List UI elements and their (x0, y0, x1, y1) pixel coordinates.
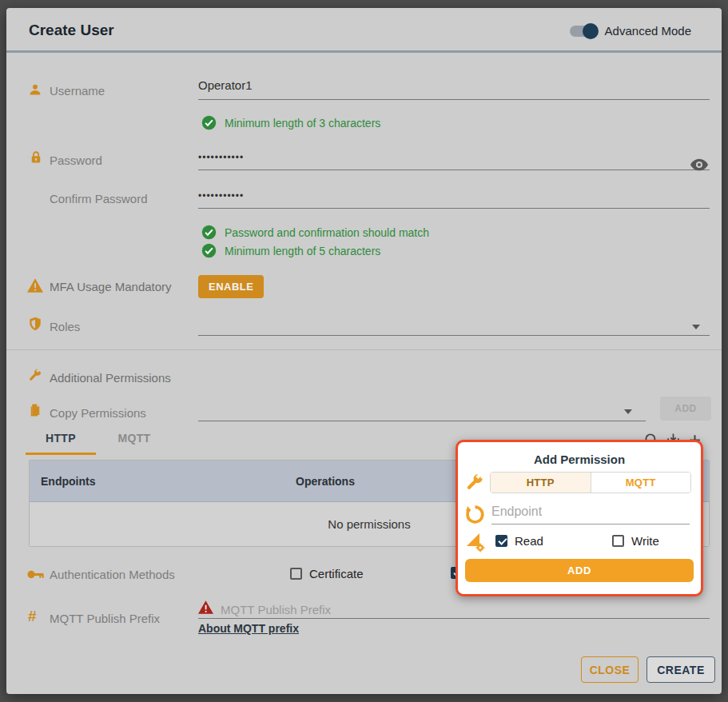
popup-tab-mqtt[interactable]: MQTT (591, 473, 691, 493)
wrench-icon (465, 473, 484, 492)
mqtt-prefix-underline (198, 618, 710, 619)
read-checkbox-row: Read (495, 534, 543, 548)
certificate-checkbox-row: Certificate (290, 567, 364, 580)
certificate-checkbox[interactable] (290, 568, 302, 580)
user-icon (28, 82, 42, 97)
section-divider (6, 349, 722, 350)
password-validation-match: Password and confirmation should match (201, 225, 429, 240)
check-circle-icon (201, 115, 217, 130)
roles-select-underline (198, 335, 710, 336)
mqtt-publish-prefix-input[interactable] (221, 603, 710, 616)
mfa-enable-button[interactable]: ENABLE (198, 275, 264, 298)
toggle-thumb (583, 23, 599, 39)
confirm-password-label: Confirm Password (50, 192, 148, 205)
hash-icon: # (28, 608, 42, 622)
password-masked-value[interactable]: ••••••••••• (198, 152, 244, 163)
popup-title: Add Permission (458, 453, 701, 466)
password-label: Password (50, 154, 102, 167)
roles-dropdown-caret-icon[interactable] (692, 325, 700, 329)
read-checkbox[interactable] (495, 535, 507, 547)
additional-permissions-label: Additional Permissions (50, 371, 171, 385)
copy-permissions-caret-icon[interactable] (624, 409, 632, 414)
popup-tab-http[interactable]: HTTP (491, 473, 591, 493)
write-label: Write (631, 534, 659, 548)
lock-icon (29, 150, 43, 165)
authentication-methods-label: Authentication Methods (50, 568, 175, 581)
copy-permissions-underline (198, 421, 646, 421)
check-circle-icon (201, 225, 217, 240)
confirm-password-underline (198, 208, 710, 209)
read-label: Read (515, 534, 543, 548)
username-input[interactable] (198, 78, 710, 92)
roles-label: Roles (50, 320, 80, 333)
protocol-segmented-control: HTTP MQTT (490, 472, 691, 493)
password-validation-length: Minimum length of 5 characters (201, 243, 380, 258)
mfa-label: MFA Usage Mandatory (50, 280, 172, 293)
check-circle-icon (201, 243, 217, 258)
tab-mqtt[interactable]: MQTT (99, 432, 169, 453)
advanced-mode-toggle[interactable] (570, 26, 597, 37)
mqtt-publish-prefix-label: MQTT Publish Prefix (50, 612, 160, 625)
page-title: Create User (29, 22, 114, 39)
about-mqtt-prefix-link[interactable]: About MQTT prefix (198, 622, 299, 635)
endpoint-icon (465, 505, 485, 525)
wrench-icon (28, 368, 42, 382)
username-validation: Minimum length of 3 characters (201, 115, 380, 130)
certificate-label: Certificate (309, 567, 364, 580)
username-label: Username (50, 84, 105, 98)
create-button[interactable]: CREATE (646, 656, 715, 683)
error-warning-icon (198, 600, 213, 614)
no-permissions-text: No permissions (328, 517, 410, 531)
password-underline (198, 170, 710, 170)
advanced-mode-label: Advanced Mode (605, 24, 691, 38)
copy-icon (28, 403, 42, 417)
column-header-operations: Operations (253, 475, 397, 488)
copy-permissions-label: Copy Permissions (50, 406, 146, 420)
close-button[interactable]: CLOSE (581, 656, 638, 683)
write-checkbox-row: Write (612, 534, 659, 548)
copy-permissions-add-button[interactable]: ADD (660, 397, 711, 421)
write-checkbox[interactable] (612, 535, 624, 547)
endpoint-input[interactable] (491, 505, 690, 525)
key-icon (27, 569, 45, 580)
confirm-password-masked-value[interactable]: ••••••••••• (198, 190, 244, 201)
column-header-endpoints: Endpoints (41, 475, 95, 488)
tab-http[interactable]: HTTP (26, 432, 96, 455)
add-permission-popup: Add Permission HTTP MQTT Read Write ADD (455, 440, 703, 596)
shield-icon (28, 317, 42, 331)
show-password-eye-icon[interactable] (690, 158, 708, 171)
popup-add-button[interactable]: ADD (465, 559, 694, 582)
create-user-dialog: Create User Advanced Mode Username Minim… (6, 8, 722, 694)
warning-icon (27, 278, 43, 293)
dialog-header: Create User Advanced Mode (6, 8, 722, 53)
permission-level-icon (465, 532, 486, 552)
username-underline (198, 99, 710, 100)
